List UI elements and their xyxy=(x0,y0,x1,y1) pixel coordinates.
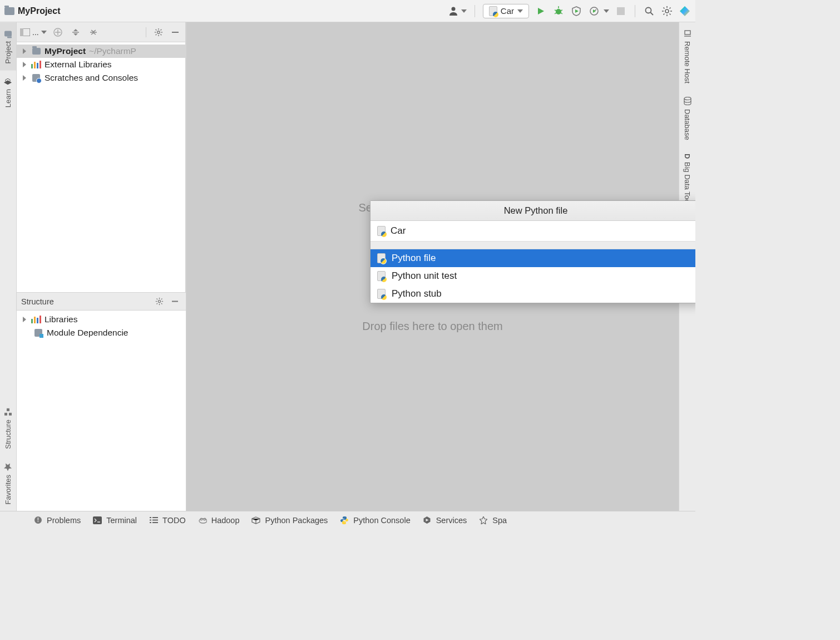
tab-favorites[interactable]: Favorites xyxy=(0,456,16,511)
tab-learn[interactable]: Learn xyxy=(0,70,16,114)
tab-hadoop[interactable]: Hadoop xyxy=(198,516,240,525)
tab-label: Python Packages xyxy=(265,516,328,525)
tab-label: Learn xyxy=(4,89,12,107)
tree-item-label: Module Dependencie xyxy=(47,328,129,338)
gear-icon[interactable] xyxy=(152,295,166,308)
left-panels: ... xyxy=(17,22,186,511)
project-name-breadcrumb[interactable]: MyProject xyxy=(18,6,60,16)
option-python-file[interactable]: Python file xyxy=(370,249,695,267)
gear-icon[interactable] xyxy=(152,26,165,39)
project-tree[interactable]: MyProject ~/PycharmP External Libraries … xyxy=(17,42,185,87)
view-combo-label: ... xyxy=(32,28,39,37)
tab-services[interactable]: Services xyxy=(423,516,467,525)
svg-line-37 xyxy=(161,29,162,30)
svg-line-18 xyxy=(670,7,671,8)
svg-line-3 xyxy=(555,10,556,11)
bottom-tool-window-bar: ! Problems Terminal TODO Hadoop Python P… xyxy=(0,511,695,529)
chevron-right-icon[interactable] xyxy=(21,48,28,54)
run-coverage-button[interactable] xyxy=(570,5,582,17)
editor-area: Search Everywhere Double ⇧ Drop files he… xyxy=(186,22,679,511)
structure-title: Structure xyxy=(21,297,54,306)
select-opened-file-icon[interactable] xyxy=(51,26,65,39)
dialog-title: New Python file xyxy=(370,201,695,221)
svg-line-16 xyxy=(664,7,665,8)
svg-line-36 xyxy=(161,34,162,35)
python-icon xyxy=(340,516,349,525)
stop-button[interactable] xyxy=(615,5,627,17)
top-toolbar: MyProject Car xyxy=(0,0,695,22)
scratches-icon xyxy=(31,73,41,82)
project-tool-window: ... xyxy=(17,22,186,292)
python-file-icon xyxy=(489,6,497,16)
tab-label: Project xyxy=(4,41,12,63)
main-area: Project Learn Structure Favorites xyxy=(0,22,695,511)
chevron-right-icon[interactable] xyxy=(21,75,28,81)
filename-input[interactable] xyxy=(391,225,695,237)
tree-external-libraries[interactable]: External Libraries xyxy=(17,58,185,71)
tab-label: Database xyxy=(683,109,691,140)
expand-all-icon[interactable] xyxy=(69,26,82,39)
collapse-all-icon[interactable] xyxy=(87,26,100,39)
jetbrains-logo-icon[interactable] xyxy=(679,5,691,17)
svg-rect-8 xyxy=(617,7,625,15)
chevron-down-icon xyxy=(517,9,523,13)
tree-root-item[interactable]: MyProject ~/PycharmP xyxy=(17,45,185,58)
tab-remote-host[interactable]: Remote Host xyxy=(679,22,695,90)
tree-scratches[interactable]: Scratches and Consoles xyxy=(17,71,185,85)
structure-libraries-item[interactable]: Libraries xyxy=(17,313,186,326)
option-python-stub[interactable]: Python stub xyxy=(370,285,695,303)
project-view-selector[interactable]: ... xyxy=(20,28,47,37)
tab-label: Python Console xyxy=(353,516,410,525)
svg-rect-21 xyxy=(5,413,8,416)
option-python-unit-test[interactable]: Python unit test xyxy=(370,267,695,285)
user-avatar-dropdown[interactable] xyxy=(449,6,467,16)
chevron-right-icon[interactable] xyxy=(21,317,28,322)
tab-structure[interactable]: Structure xyxy=(0,401,16,456)
tab-terminal[interactable]: Terminal xyxy=(93,516,137,525)
folder-icon xyxy=(4,29,13,38)
tab-label: Spa xyxy=(492,516,507,525)
svg-line-5 xyxy=(555,13,556,14)
packages-icon xyxy=(251,516,260,525)
tab-python-console[interactable]: Python Console xyxy=(340,516,410,525)
svg-point-9 xyxy=(646,7,651,13)
tab-python-packages[interactable]: Python Packages xyxy=(251,516,328,525)
module-deps-icon xyxy=(33,328,43,337)
run-button[interactable] xyxy=(535,5,547,17)
svg-line-10 xyxy=(651,12,654,15)
drop-files-label: Drop files here to open them xyxy=(358,320,506,333)
svg-line-35 xyxy=(156,29,157,30)
tab-todo[interactable]: TODO xyxy=(149,516,186,525)
debug-button[interactable] xyxy=(552,5,565,17)
chevron-down-icon[interactable] xyxy=(604,9,609,13)
chevron-right-icon[interactable] xyxy=(21,62,28,67)
python-file-icon xyxy=(376,226,386,236)
folder-icon xyxy=(31,47,41,56)
svg-point-1 xyxy=(556,9,561,14)
left-tool-window-bar: Project Learn Structure Favorites xyxy=(0,22,17,511)
tab-label: TODO xyxy=(162,516,186,525)
hide-panel-icon[interactable] xyxy=(169,26,182,39)
tab-label: Favorites xyxy=(4,475,12,504)
search-icon[interactable] xyxy=(643,5,655,17)
tab-spark[interactable]: Spa xyxy=(479,516,507,525)
settings-gear-icon[interactable] xyxy=(661,5,673,17)
tab-database[interactable]: Database xyxy=(679,90,695,147)
tab-project[interactable]: Project xyxy=(0,22,16,70)
new-python-file-dialog: New Python file Python file Python unit … xyxy=(370,200,695,303)
tab-label: Services xyxy=(436,516,467,525)
run-config-selector[interactable]: Car xyxy=(483,4,529,18)
tree-item-label: Scratches and Consoles xyxy=(45,73,138,83)
star-icon xyxy=(479,516,488,525)
dialog-input-row xyxy=(370,221,695,242)
separator xyxy=(475,5,475,17)
hadoop-icon xyxy=(198,516,207,525)
structure-tree[interactable]: Libraries Module Dependencie xyxy=(17,311,186,511)
separator xyxy=(635,5,635,17)
hide-panel-icon[interactable] xyxy=(168,295,181,308)
svg-line-19 xyxy=(664,13,665,14)
structure-panel-header: Structure xyxy=(17,293,186,311)
profile-button[interactable] xyxy=(588,5,600,17)
structure-module-deps-item[interactable]: Module Dependencie xyxy=(17,326,186,339)
tab-problems[interactable]: ! Problems xyxy=(33,516,81,525)
